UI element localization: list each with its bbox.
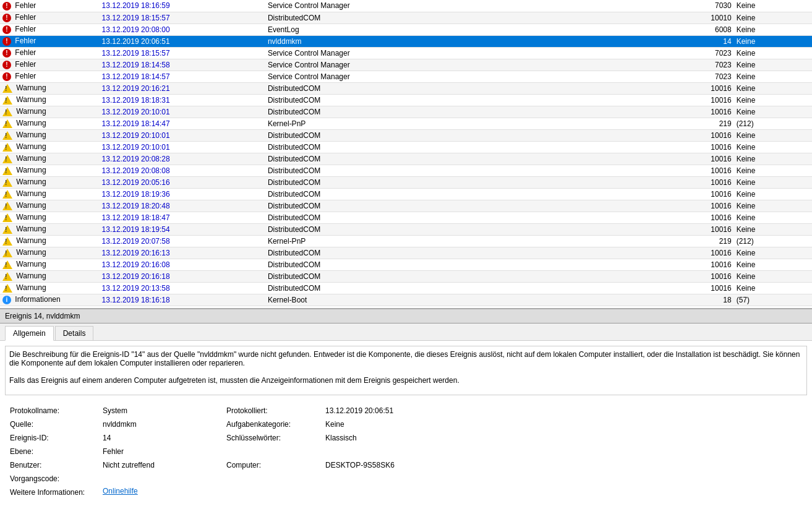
row-category: Keine <box>734 282 812 294</box>
row-source: DistributedCOM <box>265 165 656 176</box>
computer-value: DESKTOP-9S58SK6 <box>325 460 449 471</box>
table-row[interactable]: Warnung13.12.2019 18:14:47Kernel-PnP219(… <box>0 118 812 129</box>
table-row[interactable]: Warnung13.12.2019 20:16:18DistributedCOM… <box>0 270 812 282</box>
table-row[interactable]: Warnung13.12.2019 18:18:31DistributedCOM… <box>0 94 812 106</box>
row-level: Warnung <box>0 270 100 282</box>
table-row[interactable]: Warnung13.12.2019 18:18:47DistributedCOM… <box>0 212 812 223</box>
row-id: 10016 <box>656 106 733 118</box>
row-source: Service Control Manager <box>265 47 656 59</box>
table-row[interactable]: ! Fehler13.12.2019 18:16:59Service Contr… <box>0 0 812 12</box>
table-row[interactable]: Warnung13.12.2019 18:20:48DistributedCOM… <box>0 200 812 212</box>
error-icon: ! <box>2 14 11 22</box>
schluesselwoerter-value: Klassisch <box>325 432 449 443</box>
tab-details[interactable]: Details <box>55 326 94 340</box>
online-hilfe-link[interactable]: Onlinehilfe <box>103 487 226 498</box>
table-row[interactable]: ! Fehler13.12.2019 20:08:00EventLog6008K… <box>0 24 812 35</box>
table-row[interactable]: Warnung13.12.2019 20:16:08DistributedCOM… <box>0 259 812 270</box>
row-category: Keine <box>734 129 812 141</box>
row-level: Warnung <box>0 200 100 212</box>
row-level: Warnung <box>0 141 100 153</box>
row-date: 13.12.2019 20:10:01 <box>100 106 265 118</box>
protokolliert-label: Protokolliert: <box>226 405 325 416</box>
table-row[interactable]: ! Fehler13.12.2019 18:15:57DistributedCO… <box>0 12 812 24</box>
row-id: 18 <box>656 294 733 306</box>
row-category: Keine <box>734 247 812 259</box>
top-list[interactable]: ! Fehler13.12.2019 18:16:59Service Contr… <box>0 0 812 309</box>
table-row[interactable]: ! Fehler13.12.2019 18:15:57Service Contr… <box>0 47 812 59</box>
warning-icon <box>2 213 12 222</box>
row-id: 10016 <box>656 82 733 94</box>
row-date: 13.12.2019 20:08:28 <box>100 153 265 165</box>
aufgabenkategorie-value: Keine <box>325 419 449 430</box>
row-level: ! Fehler <box>0 71 100 82</box>
table-row[interactable]: Warnung13.12.2019 20:05:16DistributedCOM… <box>0 176 812 188</box>
description-box[interactable]: Die Beschreibung für die Ereignis-ID "14… <box>5 346 807 395</box>
row-level: Warnung <box>0 82 100 94</box>
tabs-bar: Allgemein Details <box>0 323 812 341</box>
warning-icon <box>2 108 12 116</box>
row-id: 7023 <box>656 71 733 82</box>
row-source: DistributedCOM <box>265 188 656 200</box>
row-source: nvlddmkm <box>265 35 656 47</box>
warning-icon <box>2 166 12 175</box>
protokolliert-value: 13.12.2019 20:06:51 <box>325 405 449 416</box>
table-row[interactable]: Warnung13.12.2019 20:16:13DistributedCOM… <box>0 247 812 259</box>
table-row[interactable]: Warnung13.12.2019 20:08:28DistributedCOM… <box>0 153 812 165</box>
row-level: Warnung <box>0 212 100 223</box>
row-id: 10016 <box>656 165 733 176</box>
description-line1: Die Beschreibung für die Ereignis-ID "14… <box>9 350 800 367</box>
row-level: ! Fehler <box>0 0 100 12</box>
table-row[interactable]: Warnung13.12.2019 18:19:54DistributedCOM… <box>0 223 812 235</box>
info-icon: i <box>2 296 11 304</box>
row-source: Kernel-PnP <box>265 235 656 247</box>
row-source: DistributedCOM <box>265 141 656 153</box>
row-date: 13.12.2019 20:05:16 <box>100 176 265 188</box>
row-category: Keine <box>734 24 812 35</box>
table-row[interactable]: Warnung13.12.2019 18:19:36DistributedCOM… <box>0 188 812 200</box>
table-row[interactable]: Warnung13.12.2019 20:16:21DistributedCOM… <box>0 82 812 94</box>
row-category: (212) <box>734 118 812 129</box>
tab-allgemein[interactable]: Allgemein <box>5 326 54 341</box>
row-date: 13.12.2019 20:07:58 <box>100 235 265 247</box>
row-date: 13.12.2019 18:19:54 <box>100 223 265 235</box>
row-category: Keine <box>734 0 812 12</box>
row-category: Keine <box>734 176 812 188</box>
vorgangscode-label: Vorgangscode: <box>10 473 103 484</box>
row-id: 10010 <box>656 12 733 24</box>
meta-grid: Protokollname: System Protokolliert: 13.… <box>0 400 812 503</box>
warning-icon <box>2 190 12 199</box>
table-row[interactable]: Warnung13.12.2019 20:10:01DistributedCOM… <box>0 141 812 153</box>
row-date: 13.12.2019 18:16:59 <box>100 0 265 12</box>
row-category: Keine <box>734 270 812 282</box>
row-category: Keine <box>734 200 812 212</box>
warning-icon <box>2 119 12 128</box>
row-category: Keine <box>734 82 812 94</box>
table-row[interactable]: ! Fehler13.12.2019 20:06:51nvlddmkm14Kei… <box>0 35 812 47</box>
table-row[interactable]: Warnung13.12.2019 20:10:01DistributedCOM… <box>0 106 812 118</box>
row-date: 13.12.2019 20:08:08 <box>100 165 265 176</box>
row-date: 13.12.2019 20:16:13 <box>100 247 265 259</box>
table-row[interactable]: Warnung13.12.2019 20:10:01DistributedCOM… <box>0 129 812 141</box>
row-level: Warnung <box>0 282 100 294</box>
warning-icon <box>2 225 12 234</box>
table-row[interactable]: Warnung13.12.2019 20:07:58Kernel-PnP219(… <box>0 235 812 247</box>
row-level: Warnung <box>0 223 100 235</box>
row-category: Keine <box>734 212 812 223</box>
table-row[interactable]: ! Fehler13.12.2019 18:14:57Service Contr… <box>0 71 812 82</box>
table-row[interactable]: ! Fehler13.12.2019 18:14:58Service Contr… <box>0 59 812 71</box>
row-category: (212) <box>734 235 812 247</box>
row-date: 13.12.2019 20:10:01 <box>100 129 265 141</box>
row-category: Keine <box>734 153 812 165</box>
row-level: i Informationen <box>0 294 100 306</box>
row-id: 10016 <box>656 247 733 259</box>
warning-icon <box>2 84 12 93</box>
table-row[interactable]: i Informationen13.12.2019 18:16:18Kernel… <box>0 294 812 306</box>
row-source: Service Control Manager <box>265 59 656 71</box>
row-id: 6008 <box>656 24 733 35</box>
row-level: Warnung <box>0 259 100 270</box>
row-source: EventLog <box>265 24 656 35</box>
table-row[interactable]: Warnung13.12.2019 20:13:58DistributedCOM… <box>0 282 812 294</box>
table-row[interactable]: Warnung13.12.2019 20:08:08DistributedCOM… <box>0 165 812 176</box>
row-id: 10016 <box>656 212 733 223</box>
row-category: Keine <box>734 259 812 270</box>
